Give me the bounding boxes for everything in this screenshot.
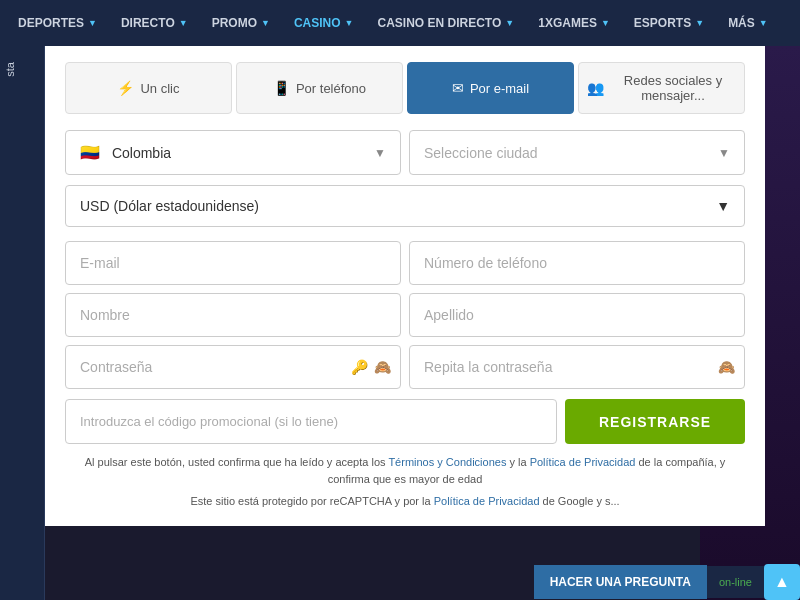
country-dropdown[interactable]: 🇨🇴 Colombia ▼ xyxy=(65,130,401,175)
social-icon: 👥 xyxy=(587,80,604,96)
email-input[interactable] xyxy=(65,241,401,285)
top-navigation: DEPORTES ▼ DIRECTO ▼ PROMO ▼ CASINO ▼ CA… xyxy=(0,0,800,46)
location-dropdowns: 🇨🇴 Colombia ▼ Seleccione ciudad ▼ xyxy=(65,130,745,175)
terms-text: Al pulsar este botón, usted confirma que… xyxy=(65,454,745,487)
registration-form: ⚡ Un clic 📱 Por teléfono ✉ Por e-mail 👥 … xyxy=(45,46,765,526)
chevron-down-icon: ▼ xyxy=(716,198,730,214)
name-input[interactable] xyxy=(65,293,401,337)
chevron-down-icon: ▼ xyxy=(261,18,270,28)
chevron-down-icon: ▼ xyxy=(345,18,354,28)
name-inputs xyxy=(65,293,745,337)
currency-dropdown[interactable]: USD (Dólar estadounidense) ▼ xyxy=(65,185,745,227)
online-badge: on-line xyxy=(707,566,764,598)
chevron-down-icon: ▼ xyxy=(695,18,704,28)
left-sidebar: sta xyxy=(0,46,45,600)
sidebar-item-label: sta xyxy=(0,54,44,85)
recaptcha-text: Este sitio está protegido por reCAPTCHA … xyxy=(65,493,745,510)
tab-por-telefono[interactable]: 📱 Por teléfono xyxy=(236,62,403,114)
chevron-down-icon: ▼ xyxy=(88,18,97,28)
bottom-bar: HACER UNA PREGUNTA on-line ▲ xyxy=(534,564,800,600)
lightning-icon: ⚡ xyxy=(117,80,134,96)
chevron-down-icon: ▼ xyxy=(179,18,188,28)
confirm-password-icons: 🙈 xyxy=(718,359,735,375)
key-icon[interactable]: 🔑 xyxy=(351,359,368,375)
scroll-top-button[interactable]: ▲ xyxy=(764,564,800,600)
password-inputs: 🔑 🙈 🙈 xyxy=(65,345,745,389)
promo-register-row: REGISTRARSE xyxy=(65,399,745,444)
eye-slash-icon[interactable]: 🙈 xyxy=(718,359,735,375)
chevron-down-icon: ▼ xyxy=(374,146,386,160)
register-button[interactable]: REGISTRARSE xyxy=(565,399,745,444)
nav-casino[interactable]: CASINO ▼ xyxy=(284,10,364,36)
nav-directo[interactable]: DIRECTO ▼ xyxy=(111,10,198,36)
nav-casino-directo[interactable]: CASINO EN DIRECTO ▼ xyxy=(368,10,525,36)
privacy-link[interactable]: Política de Privacidad xyxy=(530,456,636,468)
arrow-up-icon: ▲ xyxy=(774,573,790,591)
confirm-password-wrapper: 🙈 xyxy=(409,345,745,389)
chevron-down-icon: ▼ xyxy=(759,18,768,28)
nav-esports[interactable]: ESPORTS ▼ xyxy=(624,10,714,36)
registration-tabs: ⚡ Un clic 📱 Por teléfono ✉ Por e-mail 👥 … xyxy=(65,62,745,114)
tab-un-clic[interactable]: ⚡ Un clic xyxy=(65,62,232,114)
nav-promo[interactable]: PROMO ▼ xyxy=(202,10,280,36)
promo-input[interactable] xyxy=(65,399,557,444)
surname-input[interactable] xyxy=(409,293,745,337)
chevron-down-icon: ▼ xyxy=(505,18,514,28)
tab-redes-sociales[interactable]: 👥 Redes sociales y mensajer... xyxy=(578,62,745,114)
phone-icon: 📱 xyxy=(273,80,290,96)
eye-slash-icon[interactable]: 🙈 xyxy=(374,359,391,375)
chevron-down-icon: ▼ xyxy=(718,146,730,160)
nav-deportes[interactable]: DEPORTES ▼ xyxy=(8,10,107,36)
password-wrapper: 🔑 🙈 xyxy=(65,345,401,389)
city-dropdown[interactable]: Seleccione ciudad ▼ xyxy=(409,130,745,175)
tab-por-email[interactable]: ✉ Por e-mail xyxy=(407,62,574,114)
chevron-down-icon: ▼ xyxy=(601,18,610,28)
terms-link[interactable]: Términos y Condiciones xyxy=(388,456,506,468)
currency-row: USD (Dólar estadounidense) ▼ xyxy=(65,185,745,227)
nav-1xgames[interactable]: 1XGAMES ▼ xyxy=(528,10,620,36)
phone-input[interactable] xyxy=(409,241,745,285)
password-icons: 🔑 🙈 xyxy=(351,359,391,375)
recaptcha-privacy-link[interactable]: Política de Privacidad xyxy=(434,495,540,507)
country-flag: 🇨🇴 xyxy=(80,144,100,161)
contact-inputs xyxy=(65,241,745,285)
confirm-password-input[interactable] xyxy=(409,345,745,389)
ask-question-button[interactable]: HACER UNA PREGUNTA xyxy=(534,565,707,599)
main-content: sta ⚡ Un clic 📱 Por teléfono ✉ Por e-mai… xyxy=(0,46,800,600)
email-icon: ✉ xyxy=(452,80,464,96)
nav-mas[interactable]: MÁS ▼ xyxy=(718,10,778,36)
